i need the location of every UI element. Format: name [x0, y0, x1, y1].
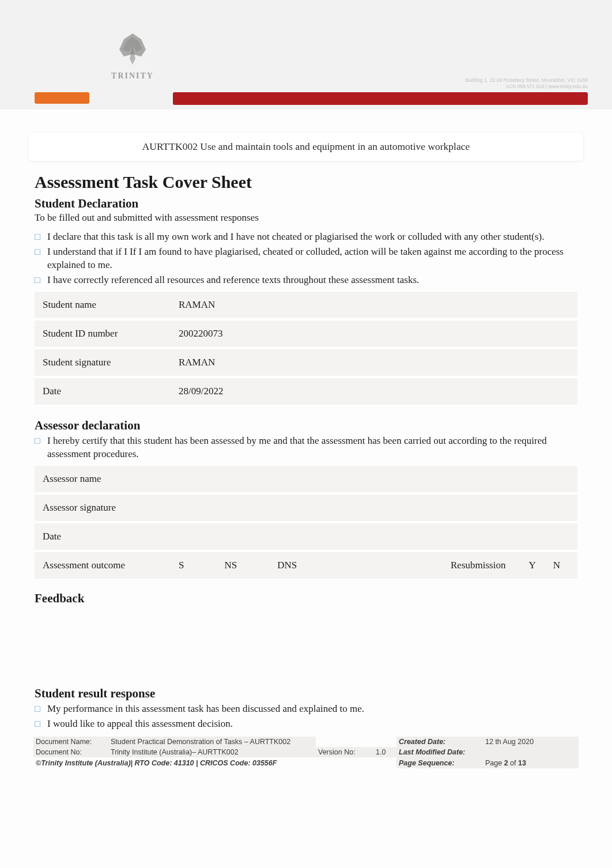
resubmission-label: Resubmission	[451, 560, 505, 571]
last-modified-value	[483, 747, 579, 757]
eagle-logo-icon	[107, 29, 158, 69]
unit-title-box: AURTTK002 Use and maintain tools and equ…	[29, 133, 583, 161]
unit-title: AURTTK002 Use and maintain tools and equ…	[142, 141, 470, 152]
checkbox-icon: □	[35, 435, 47, 447]
result-response-item: □ I would like to appeal this assessment…	[35, 718, 577, 731]
student-declaration-heading: Student Declaration	[35, 197, 577, 211]
document-footer: Document Name: Student Practical Demonst…	[33, 737, 579, 768]
page-prefix: Page	[485, 759, 504, 767]
result-response-text: My performance in this assessment task h…	[47, 703, 577, 716]
student-id-label: Student ID number	[35, 328, 167, 339]
copyright-text: ©Trinity Institute (Australia)| RTO Code…	[33, 757, 396, 768]
assessor-date-row: Date	[35, 522, 577, 551]
assessor-signature-row: Assessor signature	[35, 493, 577, 522]
version-value: 1.0	[373, 747, 396, 757]
doc-no-label: Document No:	[33, 747, 108, 757]
resubmission-y: Y	[528, 560, 535, 571]
checkbox-icon: □	[35, 246, 47, 258]
checkbox-icon: □	[35, 274, 47, 286]
logo-text: TRINITY	[111, 71, 154, 81]
header-banner: TRINITY Building 1, 22-24 Rosebery Stree…	[0, 0, 612, 110]
declaration-text: I declare that this task is all my own w…	[47, 231, 577, 244]
assessor-name-row: Assessor name	[35, 465, 577, 493]
created-date-text: 12 th Aug 2020	[485, 738, 534, 746]
student-signature-value: RAMAN	[167, 357, 577, 368]
assessor-declaration-heading: Assessor declaration	[35, 418, 577, 433]
banner-address-line2: ACN 068 571 618 | www.trinity.edu.au	[505, 84, 588, 90]
assessor-name-label: Assessor name	[35, 473, 167, 485]
page-sequence-label: Page Sequence:	[396, 757, 483, 768]
page-current: 2	[504, 759, 508, 767]
result-response-item: □ My performance in this assessment task…	[35, 703, 577, 716]
logo-block: TRINITY	[89, 12, 176, 98]
assessment-outcome-label: Assessment outcome	[35, 560, 167, 571]
page-total: 13	[518, 759, 526, 767]
page-of: of	[510, 759, 518, 767]
declaration-text: I have correctly referenced all resource…	[47, 274, 577, 287]
date-label: Date	[35, 386, 167, 397]
assessment-outcome-values: S NS DNS Resubmission Y N	[167, 560, 577, 571]
created-date-value: 12 th Aug 2020	[483, 737, 579, 747]
assessment-outcome-row: Assessment outcome S NS DNS Resubmission…	[35, 551, 577, 580]
student-id-row: Student ID number 200220073	[35, 319, 577, 348]
feedback-space	[35, 607, 577, 682]
student-id-value: 200220073	[167, 328, 577, 339]
student-declaration-sub: To be filled out and submitted with asse…	[35, 212, 577, 224]
resubmission-n: N	[553, 560, 560, 571]
feedback-heading: Feedback	[35, 591, 577, 606]
date-row: Date 28/09/2022	[35, 377, 577, 406]
result-response-text: I would like to appeal this assessment d…	[47, 718, 577, 731]
assessor-declaration-text-row: □ I hereby certify that this student has…	[35, 435, 577, 461]
checkbox-icon: □	[35, 231, 47, 243]
orange-accent-bar	[35, 92, 89, 104]
banner-address-line1: Building 1, 22-24 Rosebery Street, Moora…	[465, 77, 588, 84]
last-modified-label: Last Modified Date:	[396, 747, 483, 757]
declaration-text: I understand that if I If I am found to …	[47, 246, 577, 272]
outcome-ns: NS	[224, 560, 237, 571]
student-info-table: Student name RAMAN Student ID number 200…	[35, 290, 577, 406]
checkbox-icon: □	[35, 718, 47, 730]
student-result-heading: Student result response	[35, 686, 577, 701]
version-label: Version No:	[316, 747, 373, 757]
page-title: Assessment Task Cover Sheet	[35, 172, 577, 192]
student-signature-label: Student signature	[35, 357, 167, 368]
checkbox-icon: □	[35, 703, 47, 715]
declaration-item: □ I have correctly referenced all resour…	[35, 274, 577, 287]
assessor-date-label: Date	[35, 531, 167, 542]
outcome-dns: DNS	[277, 560, 297, 571]
doc-name-value: Student Practical Demonstration of Tasks…	[108, 737, 316, 747]
student-signature-row: Student signature RAMAN	[35, 348, 577, 377]
red-accent-bar	[173, 92, 588, 105]
assessor-declaration-text: I hereby certify that this student has b…	[47, 435, 577, 461]
assessor-signature-label: Assessor signature	[35, 502, 167, 514]
doc-name-label: Document Name:	[33, 737, 108, 747]
student-name-row: Student name RAMAN	[35, 290, 577, 319]
doc-no-value: Trinity Institute (Australia)– AURTTK002	[108, 747, 316, 757]
outcome-s: S	[179, 560, 184, 571]
declaration-item: □ I understand that if I If I am found t…	[35, 246, 577, 272]
page-sequence-value: Page 2 of 13	[483, 757, 579, 768]
student-name-label: Student name	[35, 299, 167, 311]
assessor-info-table: Assessor name Assessor signature Date As…	[35, 465, 577, 580]
date-value: 28/09/2022	[167, 386, 577, 397]
student-name-value: RAMAN	[167, 299, 577, 311]
declaration-item: □ I declare that this task is all my own…	[35, 231, 577, 244]
banner-address: Building 1, 22-24 Rosebery Street, Moora…	[398, 68, 588, 90]
created-date-label: Created Date:	[396, 737, 483, 747]
